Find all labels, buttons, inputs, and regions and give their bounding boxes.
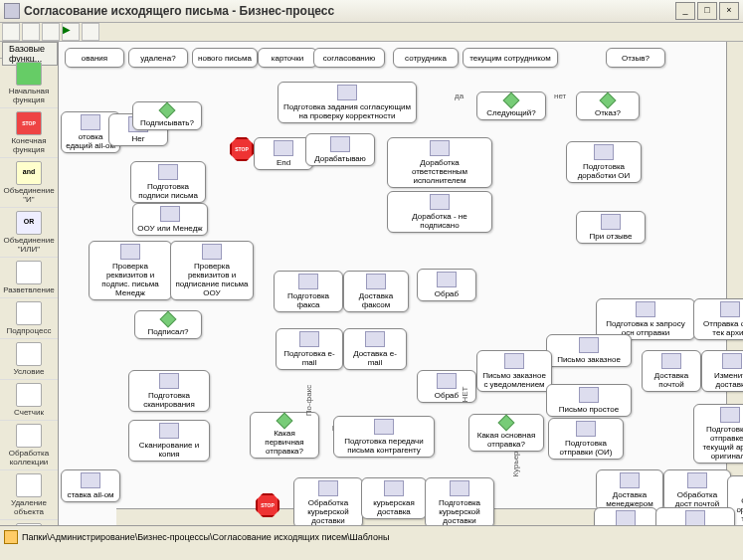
process-node[interactable]: Проверка реквизитов и подпис. письма Мен… (89, 241, 172, 300)
task-icon (81, 114, 100, 130)
process-node[interactable]: Письмо заказное (546, 334, 632, 367)
coll-icon (16, 424, 42, 448)
node-label: Какая основная отправка? (473, 431, 539, 449)
node-fragment[interactable]: Отзыв? (606, 48, 665, 68)
node-label: End (277, 158, 290, 167)
process-node[interactable]: Сканирование и копия (128, 420, 210, 462)
process-node[interactable]: Изменить доставку (701, 350, 743, 392)
process-node[interactable]: Отказ? (576, 92, 640, 120)
task-icon (337, 85, 357, 100)
process-node[interactable]: Доставка факсом (343, 271, 409, 312)
node-fragment[interactable]: нового письма (192, 48, 258, 68)
process-node[interactable]: Подготовка подписи письма (130, 161, 206, 203)
palette-item-label: Начальная функция (1, 87, 57, 104)
process-node[interactable]: При отзыве (576, 211, 646, 244)
diagram-canvas[interactable]: ованияудалена?нового письмакарточкисогла… (59, 42, 743, 525)
process-node[interactable]: Изменить доставку (594, 507, 657, 525)
process-node[interactable]: Подготовка факса (274, 271, 343, 312)
node-label: Подготовка подписи письма (135, 182, 201, 200)
task-icon (601, 214, 621, 230)
process-node[interactable]: Какая первичная отправка? (250, 412, 319, 459)
process-node[interactable]: Подготовка передачи письма контрагенту (333, 416, 435, 458)
process-node[interactable]: Подписывать? (132, 101, 202, 130)
process-node[interactable]: Проверка реквизитов и подписание письма … (170, 241, 254, 300)
palette-item-label: Объединение "ИЛИ" (1, 236, 57, 254)
toolbar-btn-play[interactable]: ▶ (62, 23, 80, 41)
process-node[interactable]: Подготовка сканирования (128, 370, 210, 412)
toolbar-btn-1[interactable] (2, 23, 20, 41)
maximize-button[interactable]: □ (697, 2, 717, 20)
palette-item-branch[interactable]: Разветвление (0, 258, 58, 298)
process-node[interactable]: Подготовка задания согласующим на провер… (278, 82, 417, 123)
edge-label: да (455, 92, 464, 100)
process-node[interactable]: Дорабатываю (305, 133, 375, 166)
process-node[interactable]: курьерская доставка (361, 477, 427, 519)
palette-item-label: Разветвление (1, 285, 57, 294)
process-node[interactable]: ставка ail-ом (61, 469, 120, 502)
node-fragment[interactable]: согласованию (313, 48, 385, 68)
process-node[interactable]: Следующий? (476, 92, 546, 120)
process-node[interactable]: Обработка курьерской доставки (293, 477, 363, 525)
process-node[interactable]: Доставка почтой (642, 350, 701, 392)
palette: Базовые функц... Начальная функцияSTOPКо… (0, 42, 59, 525)
process-node[interactable]: Подготовка e-mail (276, 328, 343, 370)
process-node[interactable]: Доработка ответственным исполнителем (387, 137, 492, 188)
stop-icon: STOP (16, 111, 42, 135)
palette-item-sub[interactable]: Подпроцесс (0, 298, 58, 339)
palette-item-and[interactable]: andОбъединение "И" (0, 158, 58, 208)
palette-item-or[interactable]: ORОбъединение "ИЛИ" (0, 208, 58, 258)
palette-item-cond[interactable]: Условие (0, 339, 58, 380)
or-icon: OR (16, 211, 42, 235)
palette-item-coll[interactable]: Обработка коллекции (0, 421, 58, 470)
process-node[interactable]: Письмо простое (546, 384, 632, 417)
process-node[interactable]: Обработка дост почтой (663, 469, 731, 511)
task-icon (202, 244, 222, 260)
palette-item-counter[interactable]: Счетчик (0, 380, 58, 421)
edge-label: нет (554, 92, 566, 100)
process-node[interactable]: Подготовка отправки (ОИ) (548, 418, 624, 460)
palette-item-del[interactable]: Удаление объекта (0, 470, 58, 520)
gateway-icon (277, 413, 293, 430)
process-node[interactable]: ООУ или Менедж (132, 203, 208, 236)
node-label: Обработка дост почтой (668, 490, 726, 508)
process-node[interactable]: Подписал? (134, 310, 202, 339)
close-button[interactable]: × (719, 2, 739, 20)
task-icon (330, 136, 350, 152)
node-fragment[interactable]: сотрудника (393, 48, 459, 68)
process-node[interactable]: Письмо заказное с уведомлением (476, 350, 552, 392)
node-fragment[interactable]: ования (65, 48, 124, 68)
process-node[interactable]: Подготовка к отправке в текущий архив ор… (693, 404, 743, 464)
palette-item-label: Удаление объекта (1, 498, 57, 516)
node-label: Письмо заказное с уведомлением (481, 371, 547, 389)
toolbar-btn-5[interactable] (82, 23, 99, 41)
palette-item-start[interactable]: Начальная функция (0, 59, 58, 108)
node-fragment[interactable]: текущим сотрудником (463, 48, 558, 68)
node-fragment[interactable]: карточки (258, 48, 317, 68)
node-fragment[interactable]: удалена? (128, 48, 188, 68)
node-label: Подписал? (147, 327, 188, 336)
process-node[interactable]: Доработка - не подписано (387, 191, 492, 233)
node-label: Дорабатываю (314, 154, 366, 163)
task-icon (661, 353, 681, 369)
stop-node[interactable]: STOP (230, 137, 254, 161)
process-node[interactable]: Доставка e-mail (343, 328, 407, 370)
palette-item-label: Подпроцесс (1, 326, 57, 335)
task-icon (374, 419, 394, 435)
node-label: Доставка почтой (647, 371, 696, 389)
task-icon (430, 194, 450, 210)
process-node[interactable]: Какая основная отправка? (468, 414, 544, 452)
process-node[interactable]: Обраб (417, 269, 476, 301)
process-node[interactable]: Отправка ориг тек архив (693, 298, 743, 340)
palette-item-script[interactable]: Сценарий (0, 520, 58, 525)
process-node[interactable]: Доставка менеджером (596, 469, 663, 511)
process-node[interactable]: Подготовка доработки ОИ (566, 141, 642, 183)
toolbar-btn-2[interactable] (22, 23, 40, 41)
process-node[interactable]: Подготовка курьерской доставки (425, 477, 494, 525)
process-node[interactable]: Отправка копии в тек.архив (655, 507, 735, 525)
task-icon (720, 407, 740, 423)
minimize-button[interactable]: _ (675, 2, 695, 20)
sub-icon (16, 301, 42, 325)
toolbar-btn-3[interactable] (42, 23, 60, 41)
task-icon (365, 331, 385, 347)
palette-item-stop[interactable]: STOPКонечная функция (0, 108, 58, 158)
